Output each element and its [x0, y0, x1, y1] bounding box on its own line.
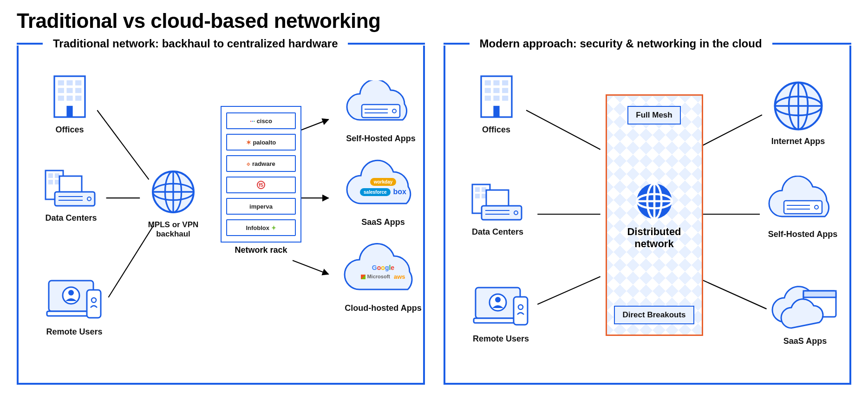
cloud-logo-aws: aws [394, 273, 405, 280]
svg-rect-23 [55, 192, 95, 206]
svg-rect-53 [493, 88, 499, 93]
panel-traditional: Traditional network: backhaul to central… [17, 46, 425, 385]
chip-full-mesh: Full Mesh [627, 106, 680, 125]
panel-modern: Modern approach: security & networking i… [444, 46, 852, 385]
svg-rect-7 [58, 80, 64, 85]
cloud-window-icon [768, 278, 842, 334]
node-remote-users: Remote Users [44, 273, 104, 337]
node-backhaul: MPLS or VPN backhaul [141, 166, 206, 239]
svg-line-44 [537, 276, 600, 304]
cloud-icon [341, 80, 420, 129]
node-offices-r: Offices [471, 71, 522, 135]
rack-slot-3: f5 [226, 177, 296, 193]
svg-rect-20 [48, 180, 53, 184]
svg-rect-65 [482, 206, 522, 220]
svg-rect-55 [484, 96, 490, 101]
svg-rect-56 [493, 96, 499, 101]
label-self-hosted: Self-Hosted Apps [346, 134, 415, 144]
label-offices: Offices [55, 125, 84, 135]
svg-rect-51 [502, 80, 508, 85]
svg-line-47 [694, 276, 766, 309]
svg-rect-9 [75, 80, 81, 85]
cloud-server-icon [764, 176, 842, 227]
label-saas: SaaS Apps [361, 217, 405, 227]
node-internet-apps: Internet Apps [770, 78, 826, 146]
node-offices: Offices [44, 71, 95, 135]
rack-slot-1: ✶ paloalto [226, 134, 296, 151]
node-saas-apps-r: SaaS Apps [768, 278, 842, 346]
svg-rect-14 [66, 96, 72, 101]
svg-rect-16 [66, 106, 72, 117]
rack-slot-5: Infoblox ✦ [226, 219, 296, 236]
label-remote: Remote Users [46, 327, 102, 337]
panels: Traditional network: backhaul to central… [17, 46, 851, 385]
svg-rect-15 [75, 96, 81, 101]
label-datacenters: Data Centers [45, 213, 97, 223]
cloud-hosted-apps: Google Microsoft aws Cloud-hosted Apps [339, 243, 427, 313]
svg-line-5 [293, 260, 328, 274]
svg-rect-62 [475, 194, 480, 198]
svg-line-45 [694, 115, 762, 150]
label-cloud-hosted: Cloud-hosted Apps [345, 303, 421, 313]
svg-rect-38 [362, 105, 400, 118]
svg-rect-91 [803, 291, 836, 297]
node-datacenters-r: Data Centers [468, 178, 528, 237]
building-icon [44, 71, 95, 122]
remote-users-icon [44, 273, 104, 324]
datacenter-icon [468, 178, 528, 224]
svg-rect-12 [75, 88, 81, 93]
network-rack: ··· cisco ✶ paloalto ⟐ radware f5 imperv… [221, 106, 301, 243]
svg-rect-60 [475, 187, 480, 192]
label-datacenters-r: Data Centers [472, 227, 523, 237]
svg-point-72 [495, 297, 501, 302]
svg-rect-11 [66, 88, 72, 93]
svg-rect-49 [484, 80, 490, 85]
svg-rect-18 [48, 173, 53, 178]
label-internet-apps: Internet Apps [771, 137, 825, 146]
remote-users-icon [471, 280, 531, 331]
svg-rect-8 [66, 80, 72, 85]
svg-rect-54 [502, 88, 508, 93]
svg-rect-13 [58, 96, 64, 101]
saas-logo-workday: workday [370, 178, 397, 186]
svg-line-42 [526, 110, 600, 150]
saas-logo-salesforce: salesforce [360, 188, 390, 196]
svg-point-30 [68, 290, 74, 295]
chip-direct-breakouts: Direct Breakouts [614, 306, 694, 324]
svg-rect-86 [784, 201, 822, 214]
node-datacenters: Data Centers [41, 164, 101, 223]
saas-apps: workday salesforce box SaaS Apps [341, 159, 425, 227]
distributed-network: Full Mesh Distributed network [606, 94, 703, 336]
label-saas-r: SaaS Apps [783, 336, 827, 346]
label-distributed: Distributed network [613, 226, 695, 250]
label-offices-r: Offices [482, 125, 510, 135]
rack-slot-4: imperva [226, 198, 296, 215]
svg-rect-57 [502, 96, 508, 101]
svg-rect-31 [87, 290, 101, 318]
node-self-hosted-apps-r: Self-Hosted Apps [764, 176, 842, 239]
svg-rect-73 [514, 297, 528, 325]
svg-rect-58 [493, 106, 499, 117]
rack-slot-0: ··· cisco [226, 112, 296, 129]
globe-icon [148, 166, 199, 217]
page-title: Traditional vs cloud-based networking [17, 9, 851, 33]
self-hosted-apps: Self-Hosted Apps [341, 80, 420, 144]
globe-filled-icon [633, 180, 675, 222]
datacenter-icon [41, 164, 101, 210]
cloud-logo-google: Google [372, 264, 394, 271]
label-remote-r: Remote Users [473, 334, 529, 344]
node-remote-users-r: Remote Users [471, 280, 531, 344]
svg-rect-10 [58, 88, 64, 93]
cloud-logo-microsoft: Microsoft [361, 274, 390, 279]
label-backhaul: MPLS or VPN backhaul [141, 220, 206, 239]
svg-rect-50 [493, 80, 499, 85]
svg-rect-52 [484, 88, 490, 93]
building-icon [471, 71, 522, 122]
rack-slot-2: ⟐ radware [226, 155, 296, 172]
globe-icon [770, 78, 826, 134]
saas-logo-box: box [393, 188, 406, 196]
rack-caption: Network rack [221, 245, 301, 255]
label-self-hosted-r: Self-Hosted Apps [768, 230, 837, 239]
